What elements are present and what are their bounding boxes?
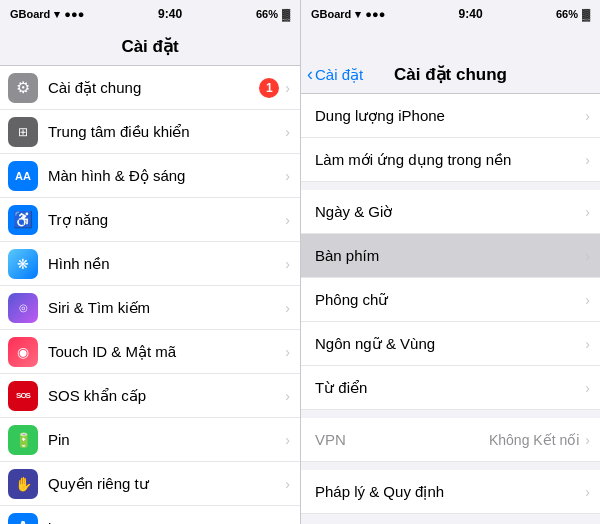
separator-2	[301, 410, 600, 418]
back-button[interactable]: ‹ Cài đặt	[301, 64, 381, 85]
value-vpn: Không Kết nối	[489, 432, 579, 448]
chevron-cai-dat-chung: ›	[285, 80, 290, 96]
chevron-phap-ly: ›	[585, 484, 590, 500]
right-time: 9:40	[459, 7, 483, 21]
right-battery-pct: 66%	[556, 8, 578, 20]
item-ngay-gio[interactable]: Ngày & Giờ ›	[301, 190, 600, 234]
chevron-trung-tam: ›	[285, 124, 290, 140]
separator-1	[301, 182, 600, 190]
item-sos[interactable]: SOS SOS khẩn cấp ›	[0, 374, 300, 418]
item-siri[interactable]: ◎ Siri & Tìm kiếm ›	[0, 286, 300, 330]
item-tro-nang[interactable]: ♿ Trợ năng ›	[0, 198, 300, 242]
back-label: Cài đặt	[315, 66, 363, 84]
badge-cai-dat-chung: 1	[259, 78, 279, 98]
label-itunes: iTunes & App Store	[48, 520, 285, 525]
label-sos: SOS khẩn cấp	[48, 387, 285, 405]
label-touch-id: Touch ID & Mật mã	[48, 343, 285, 361]
left-status-right: 66% ▓	[256, 8, 290, 20]
label-vpn: VPN	[315, 431, 489, 448]
right-battery-icon: ▓	[582, 8, 590, 20]
icon-man-hinh: AA	[8, 161, 38, 191]
icon-pin: 🔋	[8, 425, 38, 455]
icon-cai-dat-chung: ⚙	[8, 73, 38, 103]
item-trung-tam-dieu-khien[interactable]: ⊞ Trung tâm điều khiển ›	[0, 110, 300, 154]
label-siri: Siri & Tìm kiếm	[48, 299, 285, 317]
label-tu-dien: Từ điển	[315, 379, 585, 397]
right-carrier: GBoard	[311, 8, 351, 20]
left-signal-icon: ●●●	[64, 8, 84, 20]
detail-list: Dung lượng iPhone › Làm mới ứng dụng tro…	[301, 94, 600, 524]
item-dung-luong[interactable]: Dung lượng iPhone ›	[301, 94, 600, 138]
chevron-tu-dien: ›	[585, 380, 590, 396]
item-hinh-nen[interactable]: ❋ Hình nền ›	[0, 242, 300, 286]
item-pin[interactable]: 🔋 Pin ›	[0, 418, 300, 462]
chevron-siri: ›	[285, 300, 290, 316]
item-quyen-rieng-tu[interactable]: ✋ Quyền riêng tư ›	[0, 462, 300, 506]
left-battery-pct: 66%	[256, 8, 278, 20]
chevron-ngay-gio: ›	[585, 204, 590, 220]
left-settings-list: ⚙ Cài đặt chung 1 › ⊞ Trung tâm điều khi…	[0, 66, 300, 524]
left-nav-title: Cài đặt	[121, 36, 178, 57]
label-trung-tam: Trung tâm điều khiển	[48, 123, 285, 141]
detail-nav-title: Cài đặt chung	[381, 64, 520, 85]
icon-sos: SOS	[8, 381, 38, 411]
right-status-left: GBoard ▾ ●●●	[311, 8, 385, 21]
label-man-hinh: Màn hình & Độ sáng	[48, 167, 285, 185]
chevron-hinh-nen: ›	[285, 256, 290, 272]
right-status-bar: GBoard ▾ ●●● 9:40 66% ▓	[301, 0, 600, 28]
chevron-man-hinh: ›	[285, 168, 290, 184]
chevron-touch-id: ›	[285, 344, 290, 360]
label-ngon-ngu: Ngôn ngữ & Vùng	[315, 335, 585, 353]
left-nav-bar: Cài đặt	[0, 28, 300, 66]
icon-trung-tam: ⊞	[8, 117, 38, 147]
item-vpn[interactable]: VPN Không Kết nối ›	[301, 418, 600, 462]
right-panel: GBoard ▾ ●●● 9:40 66% ▓ ‹ Cài đặt Cài đặ…	[301, 0, 600, 524]
left-carrier: GBoard	[10, 8, 50, 20]
left-panel: GBoard ▾ ●●● 9:40 66% ▓ Cài đặt ⚙ Cài đặ…	[0, 0, 300, 524]
item-lam-moi[interactable]: Làm mới ứng dụng trong nền ›	[301, 138, 600, 182]
icon-hinh-nen: ❋	[8, 249, 38, 279]
detail-nav-bar: ‹ Cài đặt Cài đặt chung	[301, 28, 600, 94]
label-pin: Pin	[48, 431, 285, 448]
label-dung-luong: Dung lượng iPhone	[315, 107, 585, 125]
item-ban-phim[interactable]: Bàn phím ›	[301, 234, 600, 278]
item-man-hinh[interactable]: AA Màn hình & Độ sáng ›	[0, 154, 300, 198]
chevron-sos: ›	[285, 388, 290, 404]
settings-group-main: ⚙ Cài đặt chung 1 › ⊞ Trung tâm điều khi…	[0, 66, 300, 524]
left-battery-icon: ▓	[282, 8, 290, 20]
label-quyen-rieng-tu: Quyền riêng tư	[48, 475, 285, 493]
chevron-lam-moi: ›	[585, 152, 590, 168]
chevron-ngon-ngu: ›	[585, 336, 590, 352]
chevron-itunes: ›	[285, 520, 290, 524]
item-phap-ly[interactable]: Pháp lý & Quy định ›	[301, 470, 600, 514]
label-phap-ly: Pháp lý & Quy định	[315, 483, 585, 501]
label-hinh-nen: Hình nền	[48, 255, 285, 273]
icon-tro-nang: ♿	[8, 205, 38, 235]
chevron-phong-chu: ›	[585, 292, 590, 308]
item-tu-dien[interactable]: Từ điển ›	[301, 366, 600, 410]
item-ngon-ngu[interactable]: Ngôn ngữ & Vùng ›	[301, 322, 600, 366]
left-status-bar: GBoard ▾ ●●● 9:40 66% ▓	[0, 0, 300, 28]
item-touch-id[interactable]: ◉ Touch ID & Mật mã ›	[0, 330, 300, 374]
back-chevron-icon: ‹	[307, 64, 313, 85]
chevron-pin: ›	[285, 432, 290, 448]
chevron-ban-phim: ›	[585, 248, 590, 264]
icon-itunes: A	[8, 513, 38, 524]
chevron-dung-luong: ›	[585, 108, 590, 124]
item-phong-chu[interactable]: Phông chữ ›	[301, 278, 600, 322]
left-wifi-icon: ▾	[54, 8, 60, 21]
left-status-left: GBoard ▾ ●●●	[10, 8, 84, 21]
label-tro-nang: Trợ năng	[48, 211, 285, 229]
chevron-quyen-rieng-tu: ›	[285, 476, 290, 492]
item-cai-dat-chung[interactable]: ⚙ Cài đặt chung 1 ›	[0, 66, 300, 110]
item-itunes[interactable]: A iTunes & App Store ›	[0, 506, 300, 524]
label-ngay-gio: Ngày & Giờ	[315, 203, 585, 221]
left-time: 9:40	[158, 7, 182, 21]
label-cai-dat-chung: Cài đặt chung	[48, 79, 259, 97]
right-status-right: 66% ▓	[556, 8, 590, 20]
label-lam-moi: Làm mới ứng dụng trong nền	[315, 151, 585, 169]
icon-siri: ◎	[8, 293, 38, 323]
right-signal-icon: ●●●	[365, 8, 385, 20]
icon-touch-id: ◉	[8, 337, 38, 367]
chevron-tro-nang: ›	[285, 212, 290, 228]
